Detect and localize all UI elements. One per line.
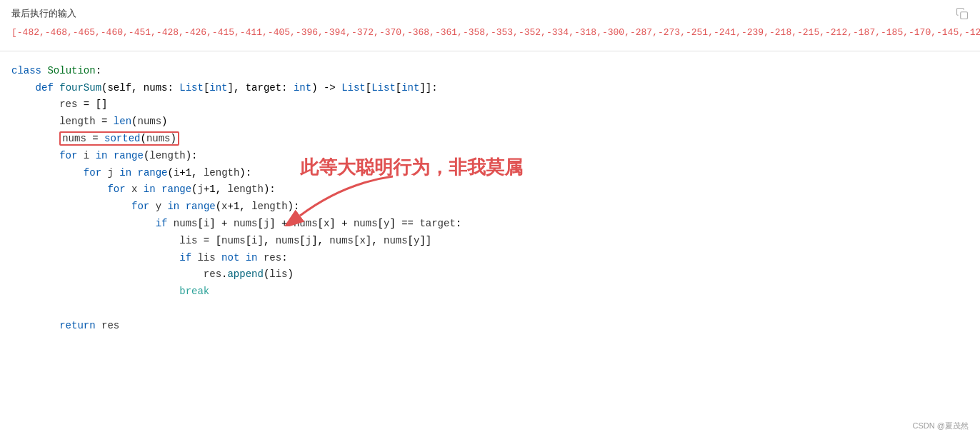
code-line-15 bbox=[11, 301, 969, 318]
code-line-4: length = len(nums) bbox=[11, 114, 969, 131]
input-title: 最后执行的输入 bbox=[11, 7, 76, 20]
code-line-14: break bbox=[11, 283, 969, 301]
code-line-7: for j in range(i+1, length): bbox=[11, 165, 969, 182]
code-line-11: lis = [nums[i], nums[j], nums[x], nums[y… bbox=[11, 233, 969, 250]
svg-rect-0 bbox=[961, 12, 968, 19]
code-line-3: res = [] bbox=[11, 96, 969, 114]
page-container: 最后执行的输入 [-482,-468,-465,-460,-451,-428,-… bbox=[0, 0, 980, 437]
input-header: 最后执行的输入 bbox=[11, 7, 969, 20]
code-line-2: def fourSum(self, nums: List[int], targe… bbox=[11, 80, 969, 97]
code-line-13: res.append(lis) bbox=[11, 266, 969, 283]
code-line-1: class Solution: bbox=[11, 63, 969, 80]
input-section: 最后执行的输入 [-482,-468,-465,-460,-451,-428,-… bbox=[0, 0, 980, 51]
code-line-16: return res bbox=[11, 318, 969, 335]
code-section: class Solution: def fourSum(self, nums: … bbox=[0, 51, 980, 437]
code-line-10: if nums[i] + nums[j] + nums[x] + nums[y]… bbox=[11, 216, 969, 233]
code-line-9: for y in range(x+1, length): bbox=[11, 199, 969, 216]
code-line-8: for x in range(j+1, length): bbox=[11, 181, 969, 199]
code-block: class Solution: def fourSum(self, nums: … bbox=[11, 63, 969, 335]
code-line-5: nums = sorted(nums) bbox=[11, 131, 969, 148]
watermark: CSDN @夏茂然 bbox=[913, 421, 969, 431]
copy-icon[interactable] bbox=[956, 7, 969, 20]
input-value: [-482,-468,-465,-460,-451,-428,-426,-415… bbox=[11, 26, 969, 41]
code-line-12: if lis not in res: bbox=[11, 250, 969, 267]
code-line-6: for i in range(length): bbox=[11, 148, 969, 165]
